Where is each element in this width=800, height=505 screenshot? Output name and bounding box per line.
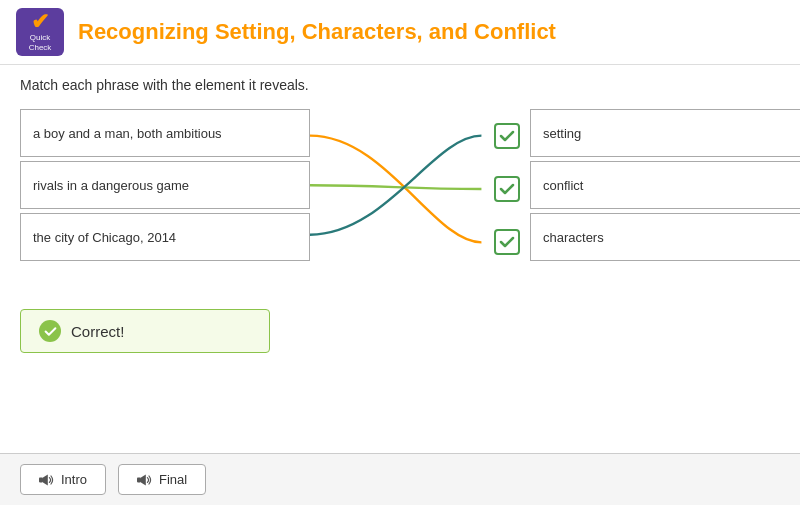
left-column: a boy and a man, both ambitious rivals i… [20, 109, 310, 265]
matching-area: a boy and a man, both ambitious rivals i… [20, 109, 780, 269]
right-column: setting conflict characters [530, 109, 800, 265]
left-item-3[interactable]: the city of Chicago, 2014 [20, 213, 310, 261]
final-button-label: Final [159, 472, 187, 487]
connector-svg [310, 109, 510, 269]
correct-icon [39, 320, 61, 342]
speaker-final-icon [137, 473, 153, 487]
svg-rect-2 [137, 477, 141, 482]
right-item-1[interactable]: setting [530, 109, 800, 157]
left-item-1[interactable]: a boy and a man, both ambitious [20, 109, 310, 157]
correct-text: Correct! [71, 323, 124, 340]
final-button[interactable]: Final [118, 464, 206, 495]
check-box-1 [494, 123, 520, 149]
svg-rect-0 [39, 477, 43, 482]
checkmark-icon-1 [499, 128, 515, 144]
instruction-text: Match each phrase with the element it re… [20, 77, 780, 93]
intro-button-label: Intro [61, 472, 87, 487]
right-item-2[interactable]: conflict [530, 161, 800, 209]
page-title: Recognizing Setting, Characters, and Con… [78, 19, 556, 45]
correct-checkmark-icon [44, 325, 57, 338]
main-content: Match each phrase with the element it re… [0, 65, 800, 453]
connector-area [310, 109, 520, 269]
svg-marker-3 [141, 474, 146, 485]
right-item-3[interactable]: characters [530, 213, 800, 261]
header: ✔ QuickCheck Recognizing Setting, Charac… [0, 0, 800, 65]
checkmark-icon-2 [499, 181, 515, 197]
footer: Intro Final [0, 453, 800, 505]
check-box-2 [494, 176, 520, 202]
logo-check: ✔ [31, 11, 49, 33]
check-column [494, 109, 520, 269]
correct-banner: Correct! [20, 309, 270, 353]
logo-label: QuickCheck [29, 33, 52, 52]
left-item-2[interactable]: rivals in a dangerous game [20, 161, 310, 209]
svg-marker-1 [43, 474, 48, 485]
intro-button[interactable]: Intro [20, 464, 106, 495]
logo: ✔ QuickCheck [16, 8, 64, 56]
checkmark-icon-3 [499, 234, 515, 250]
speaker-intro-icon [39, 473, 55, 487]
check-box-3 [494, 229, 520, 255]
